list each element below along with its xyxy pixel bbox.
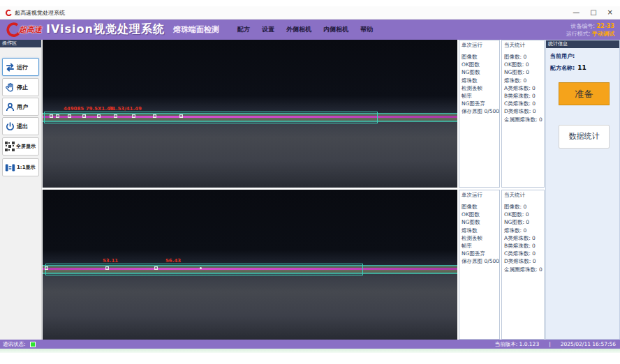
recipe-name-value: 11: [577, 64, 586, 71]
stat-row: 保存原图 0/500: [462, 107, 499, 115]
bead-marker: [153, 114, 156, 118]
single-run-title: 单次运行: [462, 42, 499, 49]
stat-row: NG图数: [462, 68, 499, 76]
one-to-one-icon: [5, 162, 15, 173]
single-run-stats-top: 单次运行 图像数OK图数NG图数熔珠数检测丢帧帧率NG图丢弃保存原图 0/500: [459, 40, 500, 188]
measurement-annotation: 449085 79.5X1.49: [64, 106, 114, 112]
stat-row: 检测丢帧: [462, 84, 499, 92]
menu-item[interactable]: 帮助: [360, 25, 373, 34]
maximize-button[interactable]: □: [590, 9, 596, 16]
menu-item[interactable]: 配方: [237, 25, 250, 34]
app-header: 超高速 IVision视觉处理系统 熔珠端面检测 配方设置外侧相机内侧相机帮助 …: [0, 20, 620, 40]
device-info: 设备编号: 22-33 运行模式: 手动调试: [566, 22, 614, 38]
run-button-label: 运行: [17, 63, 28, 71]
today-stats-title: 当天统计: [504, 42, 544, 49]
stat-row: A类熔珠数: 0: [504, 234, 544, 242]
stat-row: OK图数: [462, 61, 499, 68]
stat-row: NG图数: 0: [504, 218, 544, 226]
exit-button[interactable]: 退出: [2, 117, 39, 135]
stat-row: OK图数: [462, 211, 499, 218]
stat-row: OK图数: 0: [504, 211, 544, 218]
device-number-value: 22-33: [596, 23, 614, 29]
user-button[interactable]: 用户: [2, 98, 39, 116]
data-statistics-button[interactable]: 数据统计: [559, 125, 610, 149]
window-titlebar: 超高速视觉处理系统 — □ ×: [0, 6, 620, 20]
bead-dot-marker: [200, 267, 202, 269]
status-bar: 通讯状态: 当前版本: 1.0.123 | 2025/02/11 16:57:5…: [0, 340, 620, 349]
stat-row: 帧率: [462, 242, 499, 250]
bead-marker: [132, 114, 135, 118]
stat-row: NG图数: 0: [504, 68, 544, 76]
current-user-label: 当前用户:: [550, 52, 575, 60]
stat-row: 金属圈熔珠数: 0: [504, 116, 544, 123]
bead-marker: [50, 114, 53, 118]
main-menu: 配方设置外侧相机内侧相机帮助: [237, 25, 373, 34]
app-title: IVision视觉处理系统: [46, 22, 165, 37]
statistics-info-panel: 统计信息 当前用户: 配方名称: 11 准备 数据统计: [545, 40, 620, 340]
fullscreen-button[interactable]: 全屏显示: [2, 137, 39, 156]
stat-row: 图像数: [462, 53, 499, 61]
stat-row: 熔珠数: 0: [504, 227, 544, 234]
status-separator: |: [549, 341, 551, 348]
app-logo-icon: [5, 9, 12, 17]
stat-row: D类熔珠数: 0: [504, 107, 544, 115]
single-run-rows: 图像数OK图数NG图数熔珠数检测丢帧帧率NG图丢弃保存原图 0/500: [462, 53, 499, 116]
bead-marker: [114, 114, 117, 118]
menu-item[interactable]: 设置: [262, 25, 274, 34]
stat-row: A类熔珠数: 0: [504, 84, 544, 92]
run-button[interactable]: 运行: [2, 58, 39, 76]
camera-view-outer[interactable]: 449085 79.5X1.49 31.53/41.49: [43, 40, 457, 188]
today-stats-bottom: 当天统计 图像数: 0OK图数: 0NG图数: 0熔珠数: 0A类熔珠数: 0B…: [501, 190, 545, 340]
comm-status-label: 通讯状态:: [3, 341, 26, 348]
bead-marker: [179, 114, 183, 118]
power-icon: [5, 121, 15, 132]
info-panel-title: 统计信息: [546, 40, 619, 48]
window-bottom-edge: [0, 349, 620, 353]
stat-row: B类熔珠数: 0: [504, 92, 544, 100]
fullscreen-icon: [5, 142, 15, 151]
bead-marker: [97, 114, 101, 118]
close-button[interactable]: ×: [607, 9, 613, 16]
menu-item[interactable]: 外侧相机: [286, 25, 311, 34]
stat-row: NG图丢弃: [462, 100, 499, 107]
measurement-annotation: 31.53/41.49: [109, 106, 142, 112]
comm-status-indicator: [30, 342, 36, 347]
sidebar-title: 操作区: [0, 40, 41, 47]
window-title: 超高速视觉处理系统: [15, 9, 65, 17]
stat-row: OK图数: 0: [504, 61, 544, 68]
bead-marker: [154, 266, 158, 270]
measurement-annotation: 53.11: [103, 258, 118, 264]
camera-view-inner[interactable]: 53.11 56.43: [43, 190, 457, 340]
operation-sidebar: 操作区 运行 停止 用户: [0, 40, 42, 340]
bead-marker: [56, 114, 59, 118]
today-stats-top: 当天统计 图像数: 0OK图数: 0NG图数: 0熔珠数: 0A类熔珠数: 0B…: [501, 40, 545, 188]
run-icon: [5, 62, 15, 73]
stat-row: 检测丢帧: [462, 234, 499, 242]
stop-button[interactable]: 停止: [2, 78, 39, 96]
recipe-name-label: 配方名称:: [550, 64, 575, 72]
today-stats-title: 当天统计: [504, 192, 544, 199]
stat-row: 图像数: 0: [504, 53, 544, 61]
one-to-one-button-label: 1:1显示: [17, 164, 36, 171]
measurement-annotation: 56.43: [165, 258, 181, 264]
exit-button-label: 退出: [17, 123, 28, 130]
stop-hand-icon: [5, 82, 15, 93]
user-button-label: 用户: [17, 103, 28, 111]
ready-button[interactable]: 准备: [559, 82, 610, 105]
single-run-rows: 图像数OK图数NG图数熔珠数检测丢帧帧率NG图丢弃保存原图 0/500: [462, 203, 499, 266]
bead-marker: [105, 266, 109, 270]
minimize-button[interactable]: —: [573, 9, 580, 16]
stat-row: NG图数: [462, 218, 499, 226]
stat-row: 图像数: 0: [504, 203, 544, 211]
brand-logo-text: 超高速: [19, 24, 42, 35]
fullscreen-button-label: 全屏显示: [16, 143, 36, 150]
run-mode-label: 运行模式:: [566, 31, 591, 37]
one-to-one-button[interactable]: 1:1显示: [2, 158, 39, 176]
stat-row: 保存原图 0/500: [462, 257, 499, 265]
single-run-title: 单次运行: [462, 192, 499, 199]
single-run-stats-bottom: 单次运行 图像数OK图数NG图数熔珠数检测丢帧帧率NG图丢弃保存原图 0/500: [459, 190, 500, 340]
stat-row: B类熔珠数: 0: [504, 242, 544, 250]
roi-rectangle: [44, 112, 378, 123]
menu-item[interactable]: 内侧相机: [323, 25, 348, 34]
stat-row: 帧率: [462, 92, 499, 100]
